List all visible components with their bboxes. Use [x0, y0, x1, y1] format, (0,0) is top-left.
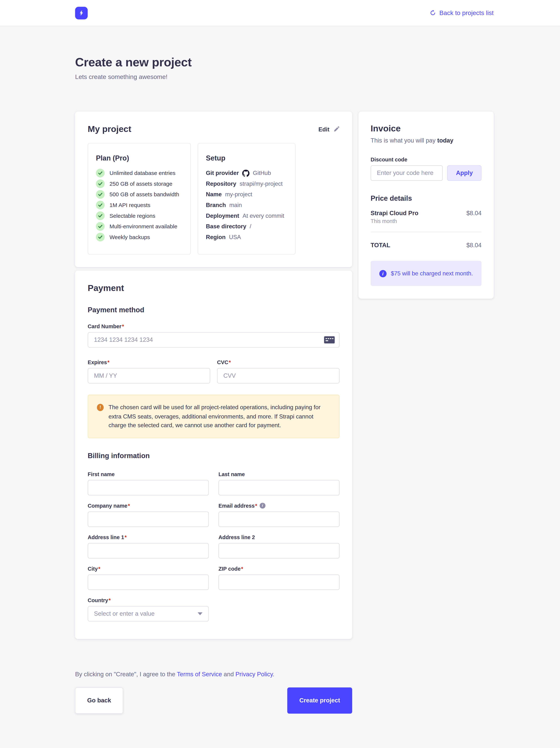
check-icon [96, 222, 105, 231]
plan-feature: 250 GB of assets storage [96, 180, 182, 188]
line-item-amount: $8.04 [466, 210, 482, 217]
card-number-input[interactable] [88, 332, 339, 348]
app-header: Back to projects list [0, 0, 560, 26]
credit-card-icon [324, 336, 335, 344]
rotate-arrow-icon [430, 9, 436, 16]
invoice-divider [370, 232, 482, 232]
zip-code-label: ZIP code* [219, 566, 340, 571]
plan-feature: 500 GB of assets bandwidth [96, 190, 182, 199]
invoice-title: Invoice [370, 124, 482, 134]
plan-feature: Unlimited database entries [96, 169, 182, 178]
cvc-label: CVC* [217, 359, 340, 365]
terms-agreement-text: By clicking on "Create", I agree to the … [75, 671, 493, 678]
plan-feature: Weekly backups [96, 233, 182, 241]
discount-code-label: Discount code [370, 157, 482, 162]
invoice-card: Invoice This is what you will pay today … [359, 112, 494, 299]
plan-feature: Selectable regions [96, 211, 182, 220]
setup-row-deployment: Deployment At every commit [206, 211, 287, 220]
required-asterisk: * [128, 502, 130, 508]
strapi-bolt-icon [78, 9, 85, 17]
invoice-line-item: Strapi Cloud Pro $8.04 [370, 210, 482, 217]
check-icon [96, 201, 105, 209]
invoice-total-row: TOTAL $8.04 [370, 242, 482, 249]
back-to-projects-link[interactable]: Back to projects list [430, 9, 493, 17]
email-address-field: Email address* i [219, 502, 340, 527]
my-project-card: My project Edit [75, 112, 352, 267]
setup-row-repository: Repository strapi/my-project [206, 180, 287, 188]
country-select-placeholder: Select or enter a value [94, 610, 154, 617]
payment-card: Payment Payment method Card Number* [75, 271, 352, 639]
card-usage-warning: ! The chosen card will be used for all p… [88, 395, 339, 438]
setup-row-name: Name my-project [206, 190, 287, 199]
city-label: City* [88, 566, 209, 571]
check-icon [96, 190, 105, 199]
check-icon [96, 233, 105, 241]
setup-row-base-directory: Base directory / [206, 222, 287, 231]
city-field: City* [88, 566, 209, 590]
plan-box: Plan (Pro) Unlimited database entries 25… [88, 143, 191, 255]
go-back-button[interactable]: Go back [75, 687, 123, 714]
country-select[interactable]: Select or enter a value [88, 606, 209, 622]
discount-code-input[interactable] [370, 165, 443, 181]
next-month-charge-text: $75 will be charged next month. [391, 270, 473, 277]
company-name-input[interactable] [88, 511, 209, 527]
city-input[interactable] [88, 574, 209, 590]
right-column: Invoice This is what you will pay today … [359, 112, 494, 299]
chevron-down-icon [198, 612, 202, 615]
zip-code-input[interactable] [219, 574, 340, 590]
first-name-label: First name [88, 471, 209, 477]
plan-title: Plan (Pro) [96, 154, 182, 162]
exclamation-icon: ! [97, 404, 104, 411]
check-icon [96, 169, 105, 178]
company-name-label: Company name* [88, 502, 209, 508]
required-asterisk: * [241, 566, 243, 571]
required-asterisk: * [107, 359, 109, 365]
required-asterisk: * [125, 534, 127, 540]
address-line-2-label: Address line 2 [219, 534, 340, 540]
address-line-2-field: Address line 2 [219, 534, 340, 558]
check-icon [96, 180, 105, 188]
info-icon[interactable]: i [260, 502, 265, 508]
apply-button[interactable]: Apply [447, 165, 482, 181]
first-name-field: First name [88, 471, 209, 495]
setup-row-git-provider: Git provider GitHub [206, 169, 287, 178]
payment-method-title: Payment method [88, 306, 339, 314]
setup-box: Setup Git provider GitHub Repository s [198, 143, 295, 255]
back-link-label: Back to projects list [439, 9, 494, 17]
required-asterisk: * [98, 566, 100, 571]
plan-feature: Multi-environment available [96, 222, 182, 231]
address-line-1-input[interactable] [88, 543, 209, 558]
address-line-1-label: Address line 1* [88, 534, 209, 540]
total-label: TOTAL [370, 242, 390, 249]
address-line-2-input[interactable] [219, 543, 340, 558]
first-name-input[interactable] [88, 480, 209, 495]
cvc-field: CVC* [217, 359, 340, 383]
required-asterisk: * [108, 597, 111, 603]
strapi-logo[interactable] [75, 6, 88, 19]
info-icon: i [379, 270, 387, 277]
setup-title: Setup [206, 154, 287, 162]
terms-of-service-link[interactable]: Terms of Service [177, 671, 222, 678]
required-asterisk: * [255, 502, 257, 508]
line-item-period: This month [370, 218, 482, 224]
last-name-field: Last name [219, 471, 340, 495]
email-address-input[interactable] [219, 511, 340, 527]
check-icon [96, 211, 105, 220]
left-column: My project Edit [75, 112, 352, 639]
expires-input[interactable] [88, 368, 210, 383]
privacy-policy-link[interactable]: Privacy Policy [235, 671, 273, 678]
zip-code-field: ZIP code* [219, 566, 340, 590]
next-month-charge-note: i $75 will be charged next month. [370, 261, 482, 286]
line-item-name: Strapi Cloud Pro [370, 210, 418, 217]
cvc-input[interactable] [217, 368, 340, 383]
address-line-1-field: Address line 1* [88, 534, 209, 558]
create-project-button[interactable]: Create project [287, 687, 352, 714]
edit-button[interactable]: Edit [318, 126, 340, 133]
country-field: Country* Select or enter a value [88, 597, 209, 622]
required-asterisk: * [229, 359, 231, 365]
required-asterisk: * [122, 323, 124, 329]
last-name-input[interactable] [219, 480, 340, 495]
billing-information-title: Billing information [88, 452, 339, 460]
setup-row-region: Region USA [206, 233, 287, 241]
country-label: Country* [88, 597, 209, 603]
